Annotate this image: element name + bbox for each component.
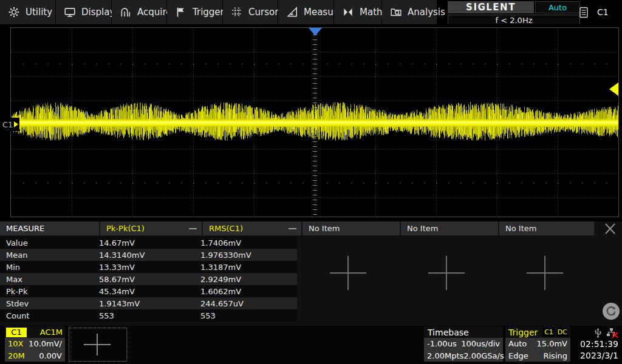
trigger-header: Trigger C1 DC — [505, 326, 570, 338]
acquire-icon — [120, 6, 132, 18]
menu-item-acquire[interactable]: Acquire — [112, 0, 166, 24]
logo-text: SIGLENT — [466, 2, 516, 13]
volts-per-div: 10.0mV/ — [29, 339, 62, 348]
menu-item-math[interactable]: Math — [334, 0, 381, 24]
measure-panel: MEASURE Pk-Pk(C1)RMS(C1)No ItemNo ItemNo… — [0, 221, 622, 326]
menu-items: UtilityDisplayAcquireTriggerCursorsMeasu… — [0, 0, 437, 24]
measure-title: MEASURE — [6, 224, 44, 233]
stat-name: Count — [0, 309, 99, 322]
analysis-icon — [390, 6, 402, 18]
channel-badge: C1 — [6, 328, 27, 337]
channel-menu-button[interactable]: C1 — [574, 0, 622, 24]
measure-header-row: MEASURE Pk-Pk(C1)RMS(C1)No ItemNo ItemNo… — [0, 221, 595, 235]
circular-arrows-icon — [605, 305, 617, 317]
memory-depth: 2.00Mpts — [427, 351, 463, 360]
measure-column-header-3[interactable]: No Item — [302, 221, 400, 235]
lan-disconnected-icon — [606, 328, 618, 338]
bandwidth-limit: 20M — [8, 351, 25, 360]
menu-item-label: Analysis — [408, 7, 445, 18]
stat-value-pkpk: 13.33mV — [99, 261, 200, 273]
clock-time: 02:51:39 — [573, 339, 621, 350]
measure-row-mean: Mean14.3140mV1.976330mV — [0, 249, 297, 261]
measure-column-header-1[interactable]: Pk-Pk(C1) — [100, 221, 202, 235]
trigger-slope: Rising — [543, 351, 567, 360]
brand-cluster: SIGLENT Auto f < 2.0Hz — [448, 1, 580, 24]
plus-icon — [84, 334, 111, 356]
measure-row-max: Max58.67mV2.9249mV — [0, 273, 297, 285]
stat-value-rms: 2.9249mV — [200, 273, 297, 285]
trigger-box[interactable]: Trigger C1 DC Auto 15.0mV Edge Rising — [505, 326, 570, 362]
menu-item-label: Math — [360, 7, 383, 18]
measure-row-count: Count553553 — [0, 309, 297, 322]
add-measurement-button-2[interactable] — [428, 256, 465, 290]
stat-name: Pk-Pk — [0, 285, 99, 297]
acquisition-status-badge[interactable]: Auto — [535, 1, 580, 13]
stat-value-pkpk: 553 — [99, 309, 200, 322]
measure-column-header-5[interactable]: No Item — [499, 221, 594, 235]
measure-row-pk-pk: Pk-Pk45.34mV1.6062mV — [0, 285, 297, 297]
stat-value-pkpk: 14.67mV — [99, 237, 200, 249]
measure-column-label: RMS(C1) — [209, 224, 243, 233]
menu-bar: UtilityDisplayAcquireTriggerCursorsMeasu… — [0, 0, 622, 24]
timebase-box[interactable]: Timebase -1.00us 100us/div 2.00Mpts 2.00… — [424, 326, 503, 362]
stat-value-rms: 1.976330mV — [200, 249, 297, 261]
cursors-icon — [231, 6, 243, 18]
status-area: 02:51:39 2023/3/1 — [573, 326, 621, 362]
measure-title-cell: MEASURE — [0, 221, 99, 235]
measure-column-header-2[interactable]: RMS(C1) — [203, 221, 301, 235]
clipboard-icon — [579, 7, 589, 18]
add-channel-button[interactable] — [69, 328, 127, 362]
menu-item-display[interactable]: Display — [56, 0, 111, 24]
stat-name: Value — [0, 237, 99, 249]
measure-row-min: Min13.33mV1.3187mV — [0, 261, 297, 273]
remove-measurement-icon[interactable] — [189, 228, 197, 229]
trigger-position-marker[interactable] — [309, 28, 322, 36]
trigger-mode: Auto — [508, 339, 527, 348]
add-measurement-button-1[interactable] — [330, 256, 366, 290]
stat-value-rms: 244.657uV — [200, 297, 297, 309]
timebase-scale: 100us/div — [461, 339, 500, 348]
stat-value-pkpk: 58.67mV — [99, 273, 200, 285]
c1-waveform-trace — [11, 28, 618, 217]
menu-item-label: Display — [81, 7, 115, 18]
math-icon — [342, 6, 354, 18]
gear-icon — [8, 6, 20, 18]
remove-measurement-icon[interactable] — [289, 228, 296, 229]
graticule[interactable] — [10, 27, 619, 217]
trigger-coupling-badge: DC — [556, 328, 569, 337]
close-icon[interactable] — [600, 222, 620, 235]
stat-value-rms: 1.6062mV — [200, 285, 297, 297]
menu-item-utility[interactable]: Utility — [0, 0, 55, 24]
gesture-knob[interactable] — [603, 303, 620, 320]
menu-item-measure[interactable]: Measure — [278, 0, 333, 24]
stat-value-rms: 1.3187mV — [200, 261, 297, 273]
frequency-counter-text: f < 2.0Hz — [495, 16, 532, 25]
timebase-delay: -1.00us — [427, 339, 457, 348]
add-measurement-button-3[interactable] — [527, 256, 563, 290]
stat-name: Min — [0, 261, 99, 273]
menu-item-analysis[interactable]: Analysis — [382, 0, 437, 24]
menu-item-trigger[interactable]: Trigger — [167, 0, 222, 24]
stat-value-rms: 553 — [200, 309, 297, 322]
measure-column-label: No Item — [309, 224, 340, 233]
channel-descriptor-box[interactable]: C1 AC1M 10X 10.0mV/ 20M 0.00V — [5, 326, 65, 362]
channel-position-marker[interactable]: C1 — [1, 118, 19, 131]
channel-header: C1 AC1M — [5, 326, 65, 338]
waveform-area: C1 — [0, 24, 622, 221]
trigger-level-marker[interactable] — [609, 83, 618, 96]
trigger-type: Edge — [508, 351, 528, 360]
acquisition-status-text: Auto — [549, 3, 567, 12]
trigger-chips: C1 DC — [543, 328, 570, 337]
measure-table-body: Value14.67mV1.7406mVMean14.3140mV1.97633… — [0, 237, 297, 322]
flag-icon — [175, 6, 187, 18]
measure-column-header-4[interactable]: No Item — [401, 221, 498, 235]
channel-position-arrow-icon — [14, 121, 18, 127]
channel-coupling: AC1M — [40, 328, 65, 337]
channel-menu-label: C1 — [597, 7, 609, 17]
menu-item-label: Utility — [26, 7, 52, 18]
measure-row-stdev: Stdev1.9143mV244.657uV — [0, 297, 297, 309]
measure-row-value: Value14.67mV1.7406mV — [0, 237, 297, 249]
stat-name: Max — [0, 273, 99, 285]
trigger-source-badge: C1 — [543, 328, 555, 337]
menu-item-cursors[interactable]: Cursors — [223, 0, 278, 24]
